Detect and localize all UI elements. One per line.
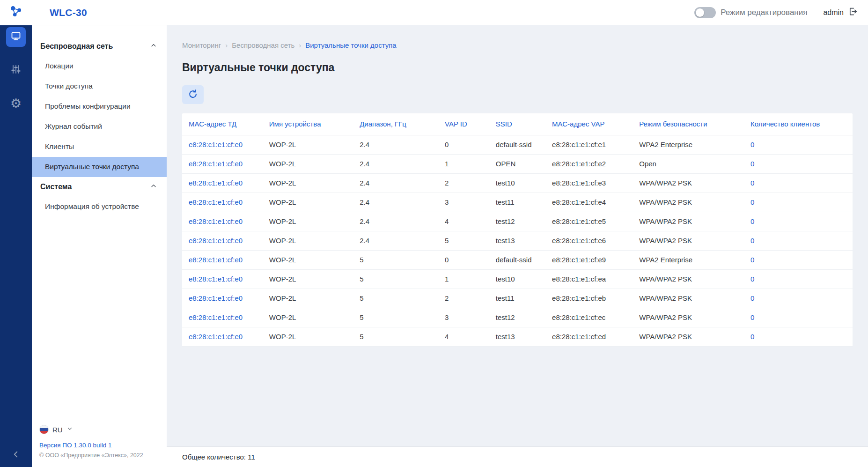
col-header-security-mode: Режим безопасности	[633, 113, 744, 135]
cell-clients-count[interactable]: 0	[744, 269, 853, 289]
cell-vap-id: 4	[438, 327, 489, 346]
app-logo	[0, 5, 32, 20]
table-row: e8:28:c1:e1:cf:e0WOP-2L2.41OPENe8:28:c1:…	[182, 154, 853, 173]
copyright-text: © ООО «Предприятие «Элтекс», 2022	[39, 452, 162, 459]
sidebar-bottom: RU Версия ПО 1.30.0 build 1 © ООО «Предп…	[32, 425, 167, 467]
network-nodes-icon	[10, 5, 22, 20]
sidebar-item-event-log[interactable]: Журнал событий	[32, 117, 167, 137]
cell-mac-ap[interactable]: e8:28:c1:e1:cf:e0	[182, 308, 263, 327]
section-label: Система	[40, 183, 72, 191]
cell-band-ghz: 2.4	[353, 193, 438, 212]
cell-band-ghz: 5	[353, 327, 438, 346]
table-row: e8:28:c1:e1:cf:e0WOP-2L2.42test10e8:28:c…	[182, 173, 853, 193]
total-count-label: Общее количество: 11	[182, 453, 255, 461]
firmware-version-link[interactable]: Версия ПО 1.30.0 build 1	[39, 442, 162, 449]
cell-mac-ap[interactable]: e8:28:c1:e1:cf:e0	[182, 173, 263, 193]
sidebar-section-wireless[interactable]: Беспроводная сеть	[32, 37, 167, 56]
collapse-sidebar-button[interactable]	[11, 449, 21, 461]
nav-system[interactable]: ⚙	[6, 94, 26, 113]
sidebar-section-system[interactable]: Система	[32, 177, 167, 197]
cell-mac-vap: e8:28:c1:e1:cf:e9	[545, 250, 633, 269]
col-header-mac-vap: МАС-адрес VAP	[545, 113, 633, 135]
cell-security-mode: WPA/WPA2 PSK	[633, 173, 744, 193]
total-bar: Общее количество: 11	[167, 446, 868, 467]
cell-clients-count[interactable]: 0	[744, 327, 853, 346]
cell-ssid: test13	[489, 327, 545, 346]
cell-device-name: WOP-2L	[263, 173, 353, 193]
cell-clients-count[interactable]: 0	[744, 289, 853, 308]
table-row: e8:28:c1:e1:cf:e0WOP-2L50default-sside8:…	[182, 250, 853, 269]
cell-device-name: WOP-2L	[263, 193, 353, 212]
table-header: МАС-адрес ТД Имя устройства Диапазон, ГГ…	[182, 113, 853, 135]
cell-mac-ap[interactable]: e8:28:c1:e1:cf:e0	[182, 193, 263, 212]
cell-mac-ap[interactable]: e8:28:c1:e1:cf:e0	[182, 231, 263, 250]
app-title: WLC-30	[50, 7, 87, 18]
refresh-button[interactable]	[182, 85, 204, 104]
cell-mac-vap: e8:28:c1:e1:cf:e3	[545, 173, 633, 193]
cell-clients-count[interactable]: 0	[744, 193, 853, 212]
cell-clients-count[interactable]: 0	[744, 135, 853, 154]
cell-mac-ap[interactable]: e8:28:c1:e1:cf:e0	[182, 269, 263, 289]
edit-mode-label: Режим редактирования	[721, 8, 807, 17]
cell-security-mode: WPA/WPA2 PSK	[633, 269, 744, 289]
cell-band-ghz: 5	[353, 269, 438, 289]
main-area: Мониторинг › Беспроводная сеть › Виртуал…	[167, 25, 868, 467]
cell-vap-id: 3	[438, 308, 489, 327]
breadcrumb-monitoring[interactable]: Мониторинг	[182, 41, 221, 49]
cell-mac-ap[interactable]: e8:28:c1:e1:cf:e0	[182, 327, 263, 346]
sidebar: Беспроводная сеть Локации Точки доступа …	[32, 25, 167, 467]
language-code: RU	[52, 426, 63, 434]
cell-clients-count[interactable]: 0	[744, 212, 853, 231]
table-row: e8:28:c1:e1:cf:e0WOP-2L2.44test12e8:28:c…	[182, 212, 853, 231]
table-body: e8:28:c1:e1:cf:e0WOP-2L2.40default-sside…	[182, 135, 853, 346]
cell-security-mode: WPA/WPA2 PSK	[633, 212, 744, 231]
cell-clients-count[interactable]: 0	[744, 308, 853, 327]
edit-mode-toggle[interactable]: Режим редактирования	[694, 7, 807, 18]
toggle-knob	[696, 8, 704, 17]
toggle-switch[interactable]	[694, 7, 716, 18]
cell-ssid: default-ssid	[489, 250, 545, 269]
sidebar-item-config-problems[interactable]: Проблемы конфигурации	[32, 96, 167, 117]
sidebar-item-device-info[interactable]: Информация об устройстве	[32, 197, 167, 217]
cell-vap-id: 4	[438, 212, 489, 231]
cell-clients-count[interactable]: 0	[744, 231, 853, 250]
language-selector[interactable]: RU	[39, 425, 162, 434]
cell-mac-ap[interactable]: e8:28:c1:e1:cf:e0	[182, 135, 263, 154]
cell-security-mode: WPA/WPA2 PSK	[633, 193, 744, 212]
app-root: WLC-30 Режим редактирования admin	[0, 0, 868, 467]
cell-device-name: WOP-2L	[263, 212, 353, 231]
nav-monitoring[interactable]	[6, 27, 26, 47]
cell-mac-vap: e8:28:c1:e1:cf:e6	[545, 231, 633, 250]
cell-security-mode: WPA/WPA2 PSK	[633, 308, 744, 327]
breadcrumb-wireless-network[interactable]: Беспроводная сеть	[232, 41, 294, 49]
cell-security-mode: WPA/WPA2 PSK	[633, 231, 744, 250]
cell-mac-ap[interactable]: e8:28:c1:e1:cf:e0	[182, 212, 263, 231]
user-menu[interactable]: admin	[823, 7, 858, 18]
section-label: Беспроводная сеть	[40, 42, 113, 51]
icon-rail: ⚙	[0, 25, 32, 467]
logout-icon[interactable]	[848, 7, 858, 18]
sidebar-item-clients[interactable]: Клиенты	[32, 137, 167, 157]
sidebar-item-locations[interactable]: Локации	[32, 56, 167, 76]
cell-ssid: test12	[489, 212, 545, 231]
cell-vap-id: 2	[438, 289, 489, 308]
col-header-mac-ap: МАС-адрес ТД	[182, 113, 263, 135]
table-row: e8:28:c1:e1:cf:e0WOP-2L2.45test13e8:28:c…	[182, 231, 853, 250]
cell-mac-vap: e8:28:c1:e1:cf:ea	[545, 269, 633, 289]
sidebar-item-virtual-aps[interactable]: Виртуальные точки доступа	[32, 157, 167, 177]
cell-clients-count[interactable]: 0	[744, 250, 853, 269]
cell-device-name: WOP-2L	[263, 327, 353, 346]
sidebar-item-access-points[interactable]: Точки доступа	[32, 76, 167, 96]
cell-mac-ap[interactable]: e8:28:c1:e1:cf:e0	[182, 250, 263, 269]
cell-clients-count[interactable]: 0	[744, 173, 853, 193]
vap-table: МАС-адрес ТД Имя устройства Диапазон, ГГ…	[182, 113, 853, 347]
table-row: e8:28:c1:e1:cf:e0WOP-2L54test13e8:28:c1:…	[182, 327, 853, 346]
breadcrumb-current-page: Виртуальные точки доступа	[305, 41, 397, 49]
sliders-icon	[10, 64, 22, 77]
cell-clients-count[interactable]: 0	[744, 154, 853, 173]
nav-configuration[interactable]	[6, 60, 26, 80]
cell-mac-vap: e8:28:c1:e1:cf:ed	[545, 327, 633, 346]
cell-mac-ap[interactable]: e8:28:c1:e1:cf:e0	[182, 289, 263, 308]
cell-security-mode: WPA2 Enterprise	[633, 135, 744, 154]
cell-mac-ap[interactable]: e8:28:c1:e1:cf:e0	[182, 154, 263, 173]
